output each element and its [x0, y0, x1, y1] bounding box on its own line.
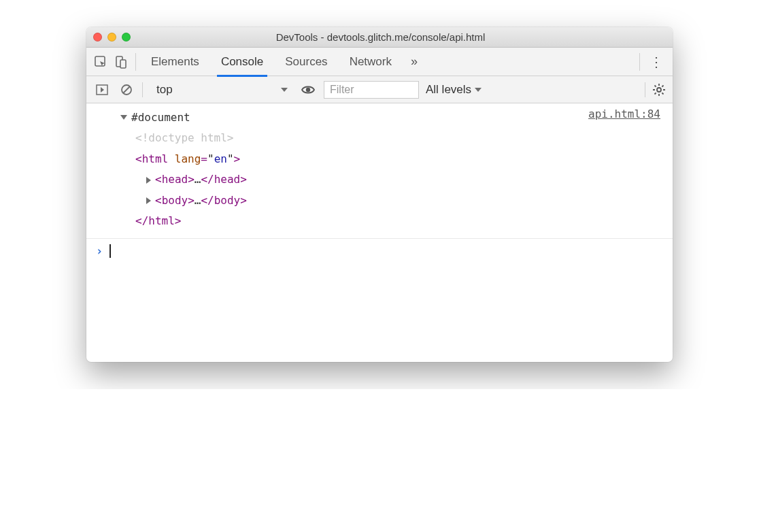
clear-console-icon[interactable]	[118, 81, 135, 99]
dom-tree: #document <!doctype html> <html lang="en…	[120, 107, 247, 231]
tab-sources[interactable]: Sources	[274, 48, 338, 76]
prompt-caret-icon: ›	[96, 244, 103, 258]
console-message[interactable]: #document <!doctype html> <html lang="en…	[86, 103, 673, 239]
tree-node-document[interactable]: #document	[120, 107, 247, 128]
divider	[135, 53, 136, 71]
svg-line-15	[662, 85, 663, 86]
tree-node-doctype[interactable]: <!doctype html>	[120, 128, 247, 148]
source-link[interactable]: api.html:84	[588, 107, 660, 231]
titlebar: DevTools - devtools.glitch.me/console/ap…	[86, 27, 673, 48]
log-levels-selector[interactable]: All levels	[426, 83, 482, 97]
svg-rect-2	[120, 60, 126, 68]
window-title: DevTools - devtools.glitch.me/console/ap…	[95, 31, 666, 43]
levels-label: All levels	[426, 83, 471, 97]
tree-node-body[interactable]: <body>…</body>	[120, 190, 247, 211]
divider	[142, 82, 143, 97]
console-toolbar: top All levels	[86, 76, 673, 103]
filter-input[interactable]	[324, 81, 419, 99]
disclosure-triangle-icon[interactable]	[146, 177, 151, 184]
attr-name: lang	[175, 152, 201, 165]
tab-label: Console	[221, 55, 263, 69]
tab-label: Network	[350, 55, 392, 69]
svg-point-6	[306, 87, 310, 91]
chevron-down-icon	[280, 86, 288, 94]
svg-line-5	[123, 86, 130, 93]
divider	[645, 82, 645, 97]
tab-label: Sources	[285, 55, 327, 69]
execution-context-selector[interactable]: top	[150, 80, 292, 99]
attr-value: en	[214, 152, 227, 165]
tag-name: head	[162, 173, 188, 186]
tag-name: body	[162, 194, 188, 207]
cursor	[109, 244, 111, 258]
document-label: #document	[131, 111, 190, 124]
main-tabs: Elements Console Sources Network » ⋮	[86, 48, 673, 76]
svg-line-14	[655, 93, 656, 94]
toggle-sidebar-icon[interactable]	[93, 81, 111, 99]
console-settings-gear-icon[interactable]	[652, 83, 666, 97]
disclosure-triangle-icon[interactable]	[146, 197, 151, 204]
device-toolbar-icon[interactable]	[111, 52, 131, 72]
tab-label: Elements	[151, 55, 199, 69]
ellipsis: …	[195, 194, 201, 207]
ellipsis: …	[195, 173, 201, 186]
svg-line-13	[662, 93, 663, 94]
tab-elements[interactable]: Elements	[140, 48, 210, 76]
tree-node-html-open[interactable]: <html lang="en">	[120, 149, 247, 169]
tree-node-html-close[interactable]: </html>	[120, 211, 247, 231]
tag-name: html	[142, 152, 169, 165]
context-label: top	[156, 83, 173, 97]
svg-line-12	[655, 85, 656, 86]
tab-network[interactable]: Network	[339, 48, 403, 76]
more-tabs-chevron-icon[interactable]: »	[403, 54, 426, 69]
customize-menu-kebab-icon[interactable]: ⋮	[644, 54, 669, 70]
live-expression-eye-icon[interactable]	[299, 81, 317, 99]
devtools-window: DevTools - devtools.glitch.me/console/ap…	[86, 27, 673, 362]
tab-console[interactable]: Console	[210, 48, 274, 76]
tree-node-head[interactable]: <head>…</head>	[120, 169, 247, 190]
disclosure-triangle-icon[interactable]	[120, 115, 127, 120]
divider	[639, 53, 640, 71]
chevron-down-icon	[474, 86, 482, 94]
svg-point-7	[657, 88, 661, 92]
inspect-element-icon[interactable]	[90, 52, 111, 72]
console-output: #document <!doctype html> <html lang="en…	[86, 103, 673, 362]
console-prompt[interactable]: ›	[86, 239, 673, 263]
